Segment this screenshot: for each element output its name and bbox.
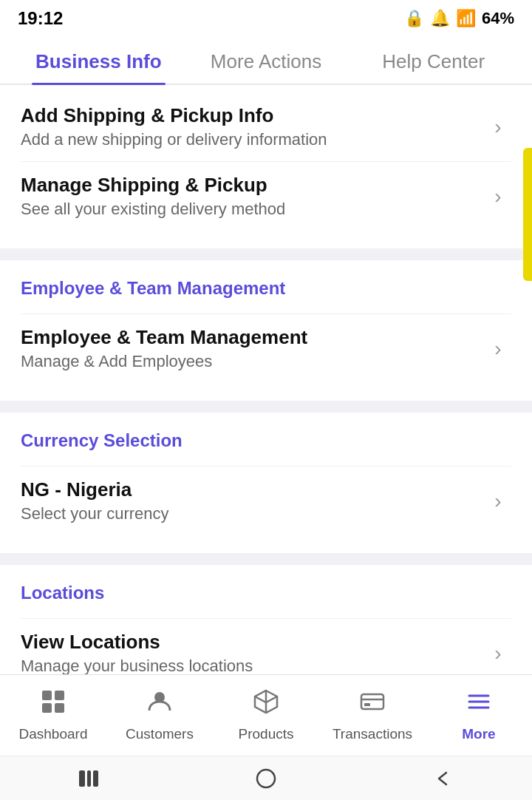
nav-item-transactions[interactable]: Transactions [319,682,426,748]
wifi-icon: 📶 [456,9,476,28]
yellow-accent-bar [523,148,532,281]
locations-section-label: Locations [21,583,511,603]
add-shipping-title: Add Shipping & Pickup Info [21,104,485,127]
ng-nigeria-title: NG - Nigeria [21,478,485,501]
add-shipping-chevron: › [485,114,511,140]
employee-team-subtitle: Manage & Add Employees [21,352,485,371]
products-icon [253,688,279,722]
svg-rect-12 [93,770,98,787]
more-label: More [462,726,495,742]
add-shipping-item[interactable]: Add Shipping & Pickup Info Add a new shi… [21,92,511,161]
manage-shipping-item[interactable]: Manage Shipping & Pickup See all your ex… [21,161,511,231]
svg-point-13 [257,770,275,787]
status-bar: 19:12 🔒 🔔 📶 64% [0,0,532,37]
svg-rect-3 [55,703,64,713]
svg-rect-2 [42,703,52,713]
tab-help-center[interactable]: Help Center [349,37,517,84]
view-locations-title: View Locations [21,631,485,654]
manage-shipping-title: Manage Shipping & Pickup [21,174,485,197]
customers-icon [146,688,173,722]
nav-item-more[interactable]: More [426,682,532,748]
products-label: Products [239,726,294,742]
lock-icon: 🔒 [404,9,424,28]
nav-item-dashboard[interactable]: Dashboard [0,682,106,748]
dashboard-label: Dashboard [19,726,88,742]
svg-rect-1 [55,691,64,700]
alarm-icon: 🔔 [430,9,450,28]
ng-nigeria-chevron: › [485,488,511,515]
more-icon [466,688,492,722]
battery-text: 64% [482,9,514,28]
nav-item-products[interactable]: Products [213,682,319,748]
add-shipping-subtitle: Add a new shipping or delivery informati… [21,130,485,149]
sys-recent-button[interactable] [70,760,107,797]
manage-shipping-chevron: › [485,183,511,210]
svg-rect-0 [42,691,52,700]
svg-rect-6 [364,703,370,706]
sys-back-button[interactable] [425,760,462,797]
nav-item-customers[interactable]: Customers [106,682,213,748]
transactions-icon [359,688,386,722]
svg-rect-5 [361,694,383,709]
currency-section-label: Currency Selection [21,430,511,451]
status-icons: 🔒 🔔 📶 64% [404,9,514,28]
top-tab-bar: Business Info More Actions Help Center [0,37,532,85]
svg-rect-11 [87,770,91,787]
employee-section-label: Employee & Team Management [21,278,511,299]
sys-home-button[interactable] [248,760,284,797]
ng-nigeria-item[interactable]: NG - Nigeria Select your currency › [21,466,511,535]
employee-team-item[interactable]: Employee & Team Management Manage & Add … [21,313,511,383]
employee-team-title: Employee & Team Management [21,326,485,349]
ng-nigeria-subtitle: Select your currency [21,504,485,523]
manage-shipping-subtitle: See all your existing delivery method [21,200,485,219]
nav-bar: Dashboard Customers Products [0,674,532,756]
dashboard-icon [40,688,66,722]
employee-section-card: Employee & Team Management Employee & Te… [0,260,532,401]
view-locations-subtitle: Manage your business locations [21,657,485,676]
transactions-label: Transactions [332,726,412,742]
status-time: 19:12 [18,8,63,29]
customers-label: Customers [126,726,194,742]
system-nav-bar [0,756,532,800]
svg-rect-10 [79,770,85,787]
employee-team-chevron: › [485,336,511,362]
bottom-area: Dashboard Customers Products [0,674,532,800]
view-locations-chevron: › [485,640,511,667]
tab-more-actions[interactable]: More Actions [183,37,350,84]
tab-business-info[interactable]: Business Info [15,37,183,84]
currency-section-card: Currency Selection NG - Nigeria Select y… [0,413,532,553]
shipping-section-card: Add Shipping & Pickup Info Add a new shi… [0,85,532,248]
